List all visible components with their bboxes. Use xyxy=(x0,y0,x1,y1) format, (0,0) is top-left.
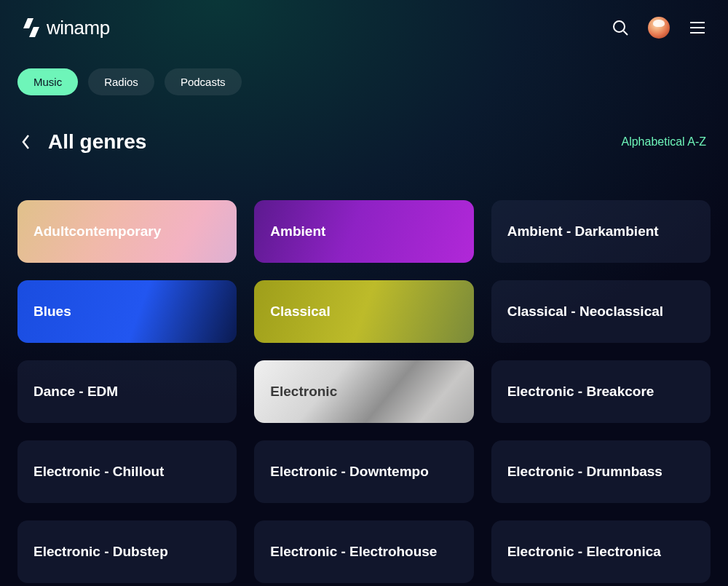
svg-line-1 xyxy=(624,31,628,36)
genre-card[interactable]: Dance - EDM xyxy=(17,360,237,423)
genre-label: Blues xyxy=(33,304,71,320)
genre-card[interactable]: Electronic - Downtempo xyxy=(254,440,473,503)
genre-card[interactable]: Electronic - Drumnbass xyxy=(491,440,711,503)
genre-label: Electronic xyxy=(270,384,337,400)
content-tabs: Music Radios Podcasts xyxy=(0,47,728,95)
genre-label: Electronic - Drumnbass xyxy=(507,464,662,480)
header: winamp xyxy=(0,0,728,47)
genre-label: Electronic - Breakcore xyxy=(507,384,654,400)
genre-card[interactable]: Electronic - Dubstep xyxy=(17,520,237,583)
hamburger-menu-icon[interactable] xyxy=(689,19,706,36)
logo-text: winamp xyxy=(47,17,110,39)
genre-card[interactable]: Electronic xyxy=(254,360,473,423)
genre-card[interactable]: Ambient - Darkambient xyxy=(491,200,711,263)
tab-podcasts[interactable]: Podcasts xyxy=(165,68,242,95)
genre-label: Dance - EDM xyxy=(33,384,118,400)
logo[interactable]: winamp xyxy=(22,16,110,39)
winamp-logo-icon xyxy=(22,16,41,39)
genre-card[interactable]: Adultcontemporary xyxy=(17,200,237,263)
tab-music[interactable]: Music xyxy=(17,68,78,95)
genre-label: Adultcontemporary xyxy=(33,223,161,239)
genre-label: Classical xyxy=(270,304,330,320)
genre-card[interactable]: Classical - Neoclassical xyxy=(491,280,711,343)
header-actions xyxy=(612,17,706,39)
search-icon[interactable] xyxy=(612,19,629,36)
tab-radios[interactable]: Radios xyxy=(88,68,154,95)
genre-card[interactable]: Electronic - Electrohouse xyxy=(254,520,473,583)
genre-card[interactable]: Classical xyxy=(254,280,473,343)
genre-label: Electronic - Electrohouse xyxy=(270,544,437,560)
genre-card[interactable]: Blues xyxy=(17,280,237,343)
genre-label: Electronic - Downtempo xyxy=(270,464,428,480)
back-button[interactable] xyxy=(17,133,35,151)
genre-label: Electronic - Electronica xyxy=(507,544,661,560)
svg-point-0 xyxy=(614,21,625,32)
genre-label: Ambient - Darkambient xyxy=(507,223,659,239)
sort-dropdown[interactable]: Alphabetical A-Z xyxy=(621,135,706,149)
genre-card[interactable]: Electronic - Breakcore xyxy=(491,360,711,423)
genre-label: Electronic - Dubstep xyxy=(33,544,168,560)
title-row: All genres Alphabetical A-Z xyxy=(0,95,728,154)
genre-card[interactable]: Ambient xyxy=(254,200,473,263)
genre-label: Electronic - Chillout xyxy=(33,464,164,480)
page-title: All genres xyxy=(48,130,146,154)
genre-card[interactable]: Electronic - Electronica xyxy=(491,520,711,583)
genre-label: Ambient xyxy=(270,223,325,239)
genre-label: Classical - Neoclassical xyxy=(507,304,663,320)
title-left: All genres xyxy=(17,130,146,154)
avatar[interactable] xyxy=(648,17,670,39)
genre-grid: AdultcontemporaryAmbientAmbient - Darkam… xyxy=(0,154,728,583)
genre-card[interactable]: Electronic - Chillout xyxy=(17,440,237,503)
